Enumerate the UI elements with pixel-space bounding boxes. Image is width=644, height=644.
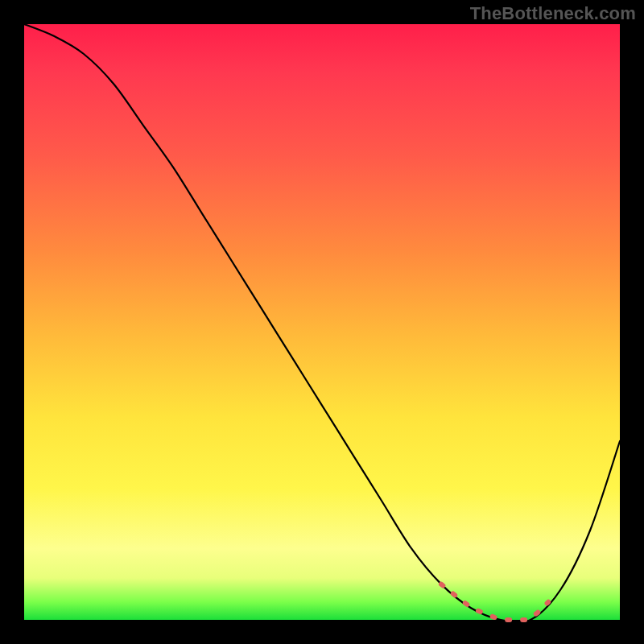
line-chart-svg: [24, 24, 620, 620]
plot-area: [24, 24, 620, 620]
bottleneck-curve: [24, 24, 620, 622]
chart-frame: TheBottleneck.com: [0, 0, 644, 644]
valley-highlight: [441, 584, 548, 620]
watermark-text: TheBottleneck.com: [470, 3, 636, 24]
